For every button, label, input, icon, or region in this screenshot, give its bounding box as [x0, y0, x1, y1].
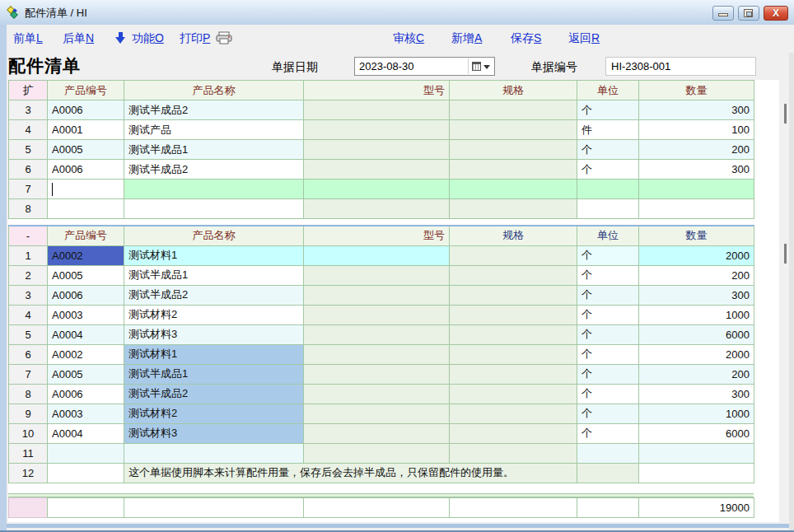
column-header-code[interactable]: 产品编号 [48, 226, 124, 245]
cell-spec[interactable] [450, 140, 577, 160]
cell-spec[interactable] [450, 265, 577, 285]
cell-qty[interactable]: 200 [639, 265, 754, 285]
cell-spec[interactable] [450, 443, 577, 463]
cell-name[interactable]: 测试半成品2 [124, 384, 304, 404]
cell-spec[interactable] [450, 364, 577, 384]
grid-corner-header[interactable]: 扩 [9, 81, 48, 100]
cell-unit[interactable]: 个 [577, 344, 639, 364]
cell-code[interactable]: A0006 [48, 285, 124, 305]
row-number[interactable]: 5 [9, 140, 48, 160]
cell-spec[interactable] [450, 160, 577, 180]
cell-model[interactable] [304, 404, 450, 423]
row-number[interactable]: 4 [9, 120, 48, 140]
cell-unit[interactable] [577, 443, 639, 463]
upper-grid-scroll-thumb[interactable] [784, 104, 787, 124]
cell-qty[interactable] [639, 443, 754, 463]
column-header-unit[interactable]: 单位 [577, 226, 639, 245]
cell-code-focused[interactable]: A0002 [48, 245, 124, 265]
cell-name[interactable] [124, 443, 304, 463]
cell-code[interactable] [48, 443, 124, 463]
row-number[interactable]: 3 [9, 285, 48, 305]
row-number[interactable]: 6 [9, 160, 48, 180]
cell-qty[interactable] [639, 180, 754, 199]
cell-qty[interactable]: 200 [639, 140, 754, 160]
cell-unit[interactable]: 个 [577, 364, 639, 384]
horizontal-scrollbar[interactable] [7, 524, 789, 528]
cell-spec[interactable] [450, 423, 577, 443]
cell-qty[interactable] [639, 199, 754, 219]
cell-unit[interactable]: 个 [577, 404, 639, 423]
cell-unit[interactable]: 个 [577, 160, 639, 180]
cell-code[interactable]: A0005 [48, 140, 124, 160]
column-header-code[interactable]: 产品编号 [48, 81, 124, 100]
cell-name[interactable]: 测试材料2 [124, 305, 304, 324]
cell-code[interactable]: A0001 [48, 120, 124, 140]
cell-qty[interactable]: 6000 [639, 423, 754, 443]
cell-name[interactable] [124, 180, 304, 199]
cell-code[interactable] [48, 463, 124, 483]
row-number[interactable]: 12 [9, 463, 48, 483]
column-header-model[interactable]: 型号 [304, 226, 450, 245]
cell-model[interactable] [304, 364, 450, 384]
printer-icon[interactable] [216, 31, 232, 44]
cell-model[interactable] [304, 199, 450, 219]
cell-name[interactable]: 测试半成品2 [124, 160, 304, 180]
return-button[interactable]: 返回R [568, 31, 600, 46]
print-button[interactable]: 打印P [180, 31, 210, 46]
audit-button[interactable]: 审核C [393, 31, 424, 46]
cell-spec[interactable] [450, 180, 577, 199]
cell-name[interactable]: 测试材料1 [124, 245, 304, 265]
cell-name[interactable]: 测试材料1 [124, 344, 304, 364]
cell-model[interactable] [304, 245, 450, 265]
cell-unit[interactable] [577, 199, 639, 219]
cell-unit[interactable]: 个 [577, 140, 639, 160]
vertical-scrollbar[interactable] [781, 82, 789, 520]
column-header-name[interactable]: 产品名称 [124, 226, 304, 245]
cell-qty[interactable]: 100 [639, 120, 754, 140]
column-header-model[interactable]: 型号 [304, 81, 450, 100]
down-arrow-icon[interactable] [115, 32, 126, 44]
cell-qty[interactable]: 1000 [639, 305, 754, 324]
cell-model[interactable] [304, 120, 450, 140]
cell-qty[interactable]: 300 [639, 100, 754, 120]
row-number[interactable]: 4 [9, 305, 48, 324]
cell-model[interactable] [304, 305, 450, 324]
minimize-button[interactable] [712, 6, 734, 21]
lower-grid-scroll-thumb[interactable] [784, 244, 787, 264]
cell-qty[interactable]: 300 [639, 384, 754, 404]
column-header-unit[interactable]: 单位 [577, 81, 639, 100]
cell-name[interactable]: 测试半成品1 [124, 265, 304, 285]
cell-spec[interactable] [450, 324, 577, 344]
column-header-spec[interactable]: 规格 [450, 81, 577, 100]
cell-qty[interactable]: 2000 [639, 245, 754, 265]
cell-model[interactable] [304, 140, 450, 160]
cell-code[interactable]: A0003 [48, 305, 124, 324]
save-button[interactable]: 保存S [511, 31, 541, 46]
cell-spec[interactable] [450, 404, 577, 423]
column-header-qty[interactable]: 数量 [639, 81, 754, 100]
cell-model[interactable] [304, 423, 450, 443]
cell-unit[interactable]: 个 [577, 285, 639, 305]
column-header-spec[interactable]: 规格 [450, 226, 577, 245]
cell-qty[interactable]: 2000 [639, 344, 754, 364]
cell-qty[interactable]: 6000 [639, 324, 754, 344]
row-number[interactable]: 7 [9, 180, 48, 199]
column-header-qty[interactable]: 数量 [639, 226, 754, 245]
new-button[interactable]: 新增A [451, 31, 482, 46]
row-number[interactable]: 1 [9, 245, 48, 265]
cell-unit[interactable] [577, 180, 639, 199]
close-button[interactable]: X [764, 6, 788, 21]
cell-name[interactable]: 测试产品 [124, 120, 304, 140]
row-number[interactable]: 2 [9, 265, 48, 285]
row-number[interactable]: 8 [9, 384, 48, 404]
cell-name[interactable]: 测试半成品2 [124, 100, 304, 120]
row-number[interactable]: 11 [9, 443, 48, 463]
date-dropdown-button[interactable] [468, 58, 493, 74]
cell-unit[interactable]: 个 [577, 305, 639, 324]
cell-name[interactable] [124, 199, 304, 219]
cell-unit[interactable]: 件 [577, 120, 639, 140]
cell-model[interactable] [304, 344, 450, 364]
cell-code-editing[interactable] [48, 180, 124, 199]
cell-unit[interactable]: 个 [577, 100, 639, 120]
cell-spec[interactable] [450, 199, 577, 219]
